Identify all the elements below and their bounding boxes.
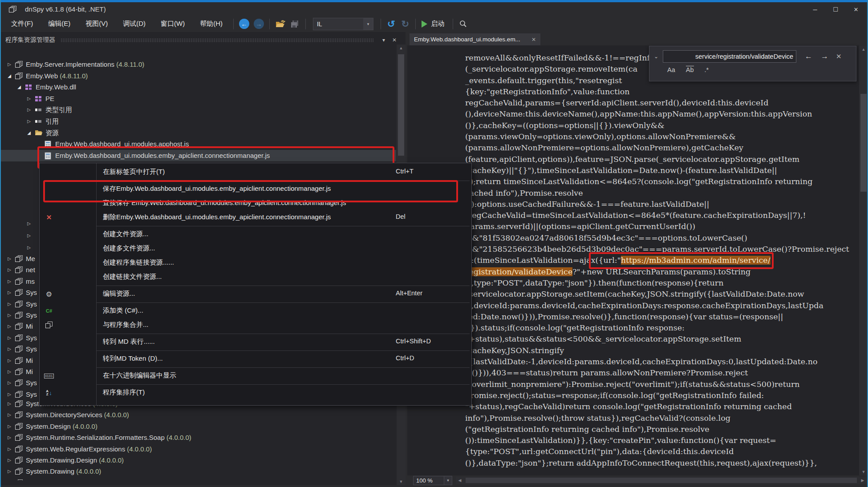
match-case-toggle[interactable]: Aa [667,66,675,73]
tree-item-top-6[interactable]: ◢资源 [0,127,396,139]
scroll-down-icon[interactable]: ▼ [859,468,868,475]
tab-close-icon[interactable]: ✕ [531,36,536,43]
tree-collapsed-arrow-icon[interactable]: ▷ [6,279,12,284]
menubar-item-0[interactable]: 文件(F) [4,16,41,32]
menubar-item-3[interactable]: 调试(D) [115,16,153,32]
context-menu-item-18[interactable]: 转到MD Token (D)...Ctrl+D [40,352,471,366]
tree-collapsed-arrow-icon[interactable]: ▷ [6,447,12,452]
tree-collapsed-arrow-icon[interactable]: ▷ [6,369,12,374]
find-close-icon[interactable]: ✕ [836,52,842,60]
zoom-dropdown-icon[interactable]: ▾ [444,476,452,485]
menubar-item-1[interactable]: 编辑(E) [41,16,78,32]
editor-hscrollbar[interactable]: ◀ ▶ [456,477,867,484]
find-options-chevron-icon[interactable]: ⌄ [649,53,663,60]
editor-hscrollbar-thumb[interactable] [466,478,857,483]
undo-icon[interactable]: ↺ [387,19,395,29]
close-button[interactable]: ✕ [846,3,866,16]
panel-drag-grip[interactable] [61,38,373,42]
navigate-forward-button[interactable]: → [254,19,264,29]
menubar-item-5[interactable]: 帮助(H) [192,16,230,32]
tree-collapsed-arrow-icon[interactable]: ▷ [6,313,12,318]
tree-collapsed-arrow-icon[interactable]: ▷ [6,346,12,352]
tab-connectionmanager[interactable]: Emby.Web.dashboard_ui.modules.em... ✕ [410,33,540,45]
redo-icon[interactable]: ↻ [402,19,410,29]
code-editor[interactable]: removeAll&&onlyResetIfFailed&&-1!==regIn… [407,45,859,475]
scroll-right-icon[interactable]: ▶ [859,477,867,484]
tree-item-top-8[interactable]: Emby.Web.dashboard_ui.modules.emby_apicl… [0,150,396,161]
tree-collapsed-arrow-icon[interactable]: ▷ [26,107,32,113]
tree-collapsed-arrow-icon[interactable]: ▷ [6,324,12,329]
menubar-item-2[interactable]: 视图(V) [78,16,115,32]
language-combobox-arrow-icon[interactable]: ▾ [363,18,373,30]
context-menu-item-3[interactable]: 直接保存 Emby.Web.dashboard_ui.modules.emby_… [40,196,471,210]
context-menu-item-11[interactable]: ⚙编辑资源...Alt+Enter [40,287,471,301]
tree-item-bottom-1[interactable]: ▷System.DirectoryServices (4.0.0.0) [0,409,396,421]
tree-collapsed-arrow-icon[interactable]: ▷ [26,245,32,250]
tree-collapsed-arrow-icon[interactable]: ▷ [6,256,12,262]
menubar-item-4[interactable]: 窗口(W) [153,16,192,32]
tree-item-bottom-6[interactable]: ▷System.Drawing (4.0.0.0) [0,466,396,477]
tree-collapsed-arrow-icon[interactable]: ▷ [6,290,12,295]
tree-item-top-4[interactable]: ▷类型引用 [0,104,396,116]
tree-collapsed-arrow-icon[interactable]: ▷ [6,412,12,418]
tree-item-bottom-3[interactable]: ▷System.Runtime.Serialization.Formatters… [0,432,396,443]
scroll-up-icon[interactable]: ▲ [859,46,868,53]
open-file-icon[interactable] [276,20,285,28]
tree-item-bottom-2[interactable]: ▷System.Design (4.0.0.0) [0,421,396,432]
search-icon[interactable] [459,20,467,28]
tree-collapsed-arrow-icon[interactable]: ▷ [6,401,12,407]
tree-collapsed-arrow-icon[interactable]: ▷ [6,62,12,67]
tree-expanded-arrow-icon[interactable]: ◢ [6,73,12,79]
find-next-icon[interactable]: → [821,52,828,61]
tree-expanded-arrow-icon[interactable]: ◢ [16,85,22,90]
panel-menu-icon[interactable]: ▾ [379,37,389,43]
context-menu-item-22[interactable]: AZ↓程序集排序(T) [40,386,471,400]
tree-expanded-arrow-icon[interactable]: ◢ [26,130,32,136]
tree-collapsed-arrow-icon[interactable]: ▷ [26,233,32,238]
find-previous-icon[interactable]: ← [805,52,812,61]
context-menu-item-2[interactable]: 保存Emby.Web.dashboard_ui.modules.emby_api… [40,182,471,196]
tree-collapsed-arrow-icon[interactable]: ▷ [6,424,12,429]
tree-collapsed-arrow-icon[interactable]: ▷ [6,469,12,474]
scroll-down-icon[interactable]: ▼ [397,478,406,485]
context-menu-item-4[interactable]: ✕删除Emby.Web.dashboard_ui.modules.emby_ap… [40,210,471,225]
tree-item-top-2[interactable]: ◢Emby.Web.dll [0,81,396,93]
editor-scrollbar[interactable]: ▲ ▼ [859,46,868,475]
tree-item-top-3[interactable]: ▷PE [0,93,396,105]
tree-item-top-7[interactable]: Emby.Web.dashboard_ui.modules.apphost.js [0,138,396,150]
maximize-button[interactable]: ☐ [825,3,846,16]
language-combobox[interactable]: IL ▾ [313,18,373,30]
context-menu-item-13[interactable]: C#添加类 (C#)... [40,304,471,318]
tree-collapsed-arrow-icon[interactable]: ▷ [6,458,12,463]
save-all-icon[interactable] [291,20,300,28]
tree-collapsed-arrow-icon[interactable]: ▷ [6,302,12,307]
explorer-scrollbar-thumb[interactable] [398,54,404,156]
tree-collapsed-arrow-icon[interactable]: ▷ [6,335,12,341]
tree-item-top-1[interactable]: ◢Emby.Web (4.8.11.0) [0,70,396,82]
tree-item-bottom-4[interactable]: ▷System.Web.RegularExpressions (4.0.0.0) [0,443,396,455]
tree-collapsed-arrow-icon[interactable]: ▷ [26,119,32,124]
find-input[interactable]: service/registration/validateDevice [663,50,796,63]
tree-collapsed-arrow-icon[interactable]: ▷ [6,380,12,386]
context-menu-item-9[interactable]: 创建链接文件资源... [40,270,471,284]
panel-close-icon[interactable]: ✕ [389,37,400,43]
context-menu-item-8[interactable]: 创建程序集链接资源...... [40,256,471,270]
tree-collapsed-arrow-icon[interactable]: ▷ [6,435,12,440]
context-menu-item-20[interactable]: 0101在十六进制编辑器中显示 [40,369,471,383]
navigate-back-button[interactable]: ← [239,19,249,29]
scroll-up-icon[interactable]: ▲ [397,44,406,52]
scroll-left-icon[interactable]: ◀ [456,477,464,484]
tree-collapsed-arrow-icon[interactable]: ▷ [6,267,12,273]
tree-item-bottom-5[interactable]: ▷System.Drawing.Design (4.0.0.0) [0,455,396,466]
start-button[interactable]: 启动 [431,20,444,28]
tree-collapsed-arrow-icon[interactable]: ▷ [6,392,12,397]
start-debug-icon[interactable] [422,20,427,28]
context-menu-item-14[interactable]: 与程序集合并... [40,318,471,332]
zoom-level-combobox[interactable]: 100 % [413,476,444,485]
tree-item-bottom-7[interactable]: ▷Accessibility (4.0.0.0) [0,477,396,480]
tree-item-top-5[interactable]: ▷引用 [0,116,396,127]
tree-item-top-0[interactable]: ▷Emby.Server.Implementations (4.8.11.0) [0,59,396,70]
tree-collapsed-arrow-icon[interactable]: ▷ [26,96,32,101]
minimize-button[interactable]: ─ [805,3,825,16]
context-menu-item-0[interactable]: 在新标签页中打开(T)Ctrl+T [40,165,471,179]
